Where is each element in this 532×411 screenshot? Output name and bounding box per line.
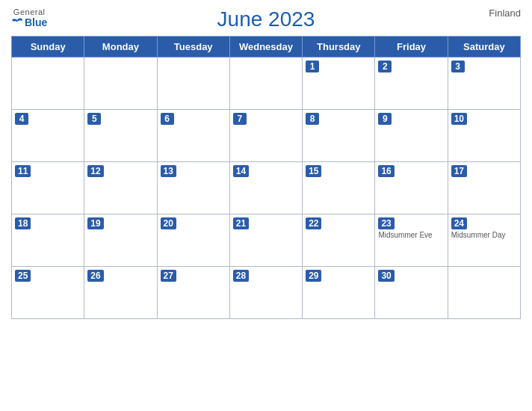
day-cell: 28 <box>229 267 302 319</box>
day-cell: 1 <box>303 58 375 110</box>
day-number: 16 <box>378 165 394 177</box>
day-number: 20 <box>161 217 176 229</box>
day-number: 1 <box>306 61 319 72</box>
day-number: 4 <box>15 113 28 125</box>
day-number: 25 <box>15 270 31 282</box>
day-cell: 2 <box>375 58 448 110</box>
day-cell <box>448 267 520 319</box>
day-cell <box>157 58 229 110</box>
logo: General Blue <box>11 7 47 28</box>
day-cell <box>12 58 84 110</box>
day-number: 8 <box>306 113 319 125</box>
logo-bird-icon <box>11 16 23 28</box>
day-number: 7 <box>233 113 247 125</box>
header-thursday: Thursday <box>303 37 375 58</box>
day-number: 12 <box>87 165 103 177</box>
day-cell: 3 <box>448 58 520 110</box>
day-number: 24 <box>451 217 467 229</box>
day-number: 27 <box>161 270 176 282</box>
day-cell: 7 <box>229 110 302 162</box>
day-number: 2 <box>378 61 392 72</box>
day-number: 5 <box>87 113 101 125</box>
day-cell: 18 <box>12 214 84 267</box>
day-cell: 22 <box>303 214 375 267</box>
header-saturday: Saturday <box>448 37 520 58</box>
day-cell: 26 <box>84 267 157 319</box>
day-number: 6 <box>161 113 174 125</box>
day-cell: 21 <box>229 214 302 267</box>
day-cell <box>229 58 302 110</box>
day-number: 26 <box>87 270 103 282</box>
day-cell: 20 <box>157 214 229 267</box>
day-number: 29 <box>306 270 321 282</box>
calendar-thead: Sunday Monday Tuesday Wednesday Thursday… <box>12 37 521 58</box>
week-row-2: 11121314151617 <box>12 162 521 214</box>
day-cell: 5 <box>84 110 157 162</box>
week-row-0: 123 <box>12 58 521 110</box>
day-number: 30 <box>378 270 394 282</box>
day-number: 23 <box>378 217 394 229</box>
day-number: 3 <box>451 61 465 72</box>
logo-general-text: General <box>13 7 46 16</box>
day-cell: 10 <box>448 110 520 162</box>
calendar-grid: Sunday Monday Tuesday Wednesday Thursday… <box>11 36 521 319</box>
day-cell: 19 <box>84 214 157 267</box>
week-row-3: 181920212223Midsummer Eve24Midsummer Day <box>12 214 521 267</box>
day-cell: 13 <box>157 162 229 214</box>
day-cell: 15 <box>303 162 375 214</box>
day-cell: 23Midsummer Eve <box>375 214 448 267</box>
day-cell: 9 <box>375 110 448 162</box>
logo-blue-text: Blue <box>11 16 47 28</box>
header-tuesday: Tuesday <box>157 37 229 58</box>
day-number: 28 <box>233 270 249 282</box>
day-cell: 4 <box>12 110 84 162</box>
day-number: 22 <box>306 217 321 229</box>
day-cell: 12 <box>84 162 157 214</box>
day-cell: 16 <box>375 162 448 214</box>
day-event: Midsummer Eve <box>378 231 444 239</box>
day-number: 17 <box>451 165 467 177</box>
day-event: Midsummer Day <box>451 231 517 239</box>
day-number: 18 <box>15 217 31 229</box>
header-friday: Friday <box>375 37 448 58</box>
day-cell: 24Midsummer Day <box>448 214 520 267</box>
calendar-header: General Blue June 2023 Finland <box>11 7 521 31</box>
calendar-container: General Blue June 2023 Finland Sunday Mo… <box>0 0 532 411</box>
day-cell: 30 <box>375 267 448 319</box>
day-number: 15 <box>306 165 321 177</box>
week-row-4: 252627282930 <box>12 267 521 319</box>
weekday-header-row: Sunday Monday Tuesday Wednesday Thursday… <box>12 37 521 58</box>
day-number: 10 <box>451 113 467 125</box>
day-cell: 29 <box>303 267 375 319</box>
day-cell: 14 <box>229 162 302 214</box>
calendar-title: June 2023 <box>217 7 315 31</box>
header-monday: Monday <box>84 37 157 58</box>
day-cell: 6 <box>157 110 229 162</box>
day-number: 9 <box>378 113 392 125</box>
day-number: 14 <box>233 165 249 177</box>
country-label: Finland <box>489 7 521 19</box>
day-cell: 27 <box>157 267 229 319</box>
day-cell: 11 <box>12 162 84 214</box>
day-cell: 25 <box>12 267 84 319</box>
day-cell: 17 <box>448 162 520 214</box>
day-number: 21 <box>233 217 249 229</box>
week-row-1: 45678910 <box>12 110 521 162</box>
day-number: 19 <box>87 217 103 229</box>
day-number: 13 <box>161 165 176 177</box>
day-cell <box>84 58 157 110</box>
day-number: 11 <box>15 165 31 177</box>
day-cell: 8 <box>303 110 375 162</box>
header-wednesday: Wednesday <box>229 37 302 58</box>
header-sunday: Sunday <box>12 37 84 58</box>
calendar-body: 1234567891011121314151617181920212223Mid… <box>12 58 521 319</box>
